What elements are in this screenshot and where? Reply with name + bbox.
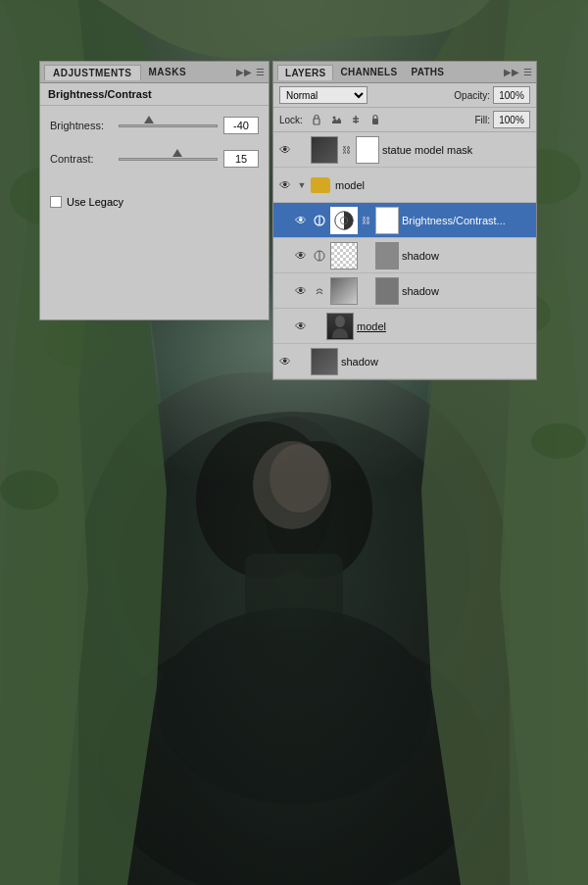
contrast-value[interactable]: 15 (223, 150, 259, 168)
brightness-row: Brightness: -40 (50, 116, 259, 135)
brightness-slider[interactable] (119, 116, 218, 135)
visibility-icon-1[interactable]: 👁 (277, 177, 293, 193)
adjustments-panel-tabs: ADJUSTMENTS MASKS ▶▶ ☰ (40, 62, 269, 83)
subject-svg (59, 372, 529, 885)
blend-mode-select[interactable]: Normal Multiply Screen Overlay (279, 86, 368, 104)
layer-thumb-5 (326, 313, 354, 340)
layer-mask-4 (375, 277, 399, 305)
contrast-label: Contrast: (50, 153, 119, 165)
opacity-group: Opacity: 100% (454, 86, 530, 104)
layer-name-0: statue model mask (382, 144, 532, 156)
chain-icon-2: ⛓ (361, 213, 370, 228)
thumb-content-4 (331, 278, 357, 304)
thumb-content-0 (312, 137, 337, 163)
opacity-label: Opacity: (454, 90, 490, 101)
panel-tab-icons: ▶▶ ☰ (236, 67, 265, 77)
svg-rect-15 (314, 119, 319, 124)
folder-icon-1 (311, 177, 330, 193)
clip-icon-3 (312, 248, 327, 264)
contrast-row: Contrast: 15 (50, 149, 259, 169)
fill-value[interactable]: 100% (493, 111, 530, 128)
visibility-icon-3[interactable]: 👁 (293, 248, 309, 264)
layer-row-model-5[interactable]: 👁 model (273, 309, 536, 344)
layer-row-model-folder[interactable]: 👁 ▼ model (273, 168, 536, 203)
lock-image-btn[interactable] (328, 112, 344, 127)
svg-point-8 (270, 444, 328, 513)
chain-icon-3 (361, 248, 370, 264)
layer-mask-0 (356, 136, 379, 164)
lock-position-btn[interactable] (348, 112, 364, 127)
layer-name-4: shadow (402, 285, 532, 297)
lock-label: Lock: (279, 115, 303, 125)
layer-name-6: shadow (341, 356, 532, 368)
layer-row-statue-model-mask[interactable]: 👁 ⛓ statue model mask (273, 132, 536, 168)
clip-icon-2[interactable] (312, 213, 327, 228)
visibility-icon-2[interactable]: 👁 (293, 213, 309, 228)
panel-forward-icon[interactable]: ▶▶ (236, 67, 252, 77)
svg-point-6 (157, 608, 431, 804)
adjustment-panel-title: Brightness/Contrast (40, 83, 269, 106)
thumb-content-5 (327, 314, 353, 339)
expand-arrow-0[interactable] (296, 144, 308, 156)
fill-label: Fill: (474, 115, 490, 125)
layer-name-5: model (357, 320, 532, 332)
contrast-slider[interactable] (119, 149, 218, 169)
layer-thumb-6 (311, 348, 338, 375)
use-legacy-row: Use Legacy (50, 196, 259, 208)
layers-menu-icon[interactable]: ☰ (523, 67, 532, 77)
tab-channels[interactable]: CHANNELS (333, 65, 404, 79)
panel-menu-icon[interactable]: ☰ (256, 67, 265, 77)
lock-all-btn[interactable] (368, 112, 383, 127)
brightness-track (119, 124, 218, 127)
layer-thumb-2 (330, 207, 358, 234)
opacity-value[interactable]: 100% (493, 86, 530, 104)
thumb-content-6 (312, 349, 337, 374)
visibility-icon-4[interactable]: 👁 (293, 283, 309, 299)
brightness-label: Brightness: (50, 120, 119, 131)
tab-layers[interactable]: LAYERS (277, 65, 333, 80)
expand-arrow-6 (296, 356, 308, 368)
adjustments-panel: ADJUSTMENTS MASKS ▶▶ ☰ Brightness/Contra… (39, 61, 270, 320)
visibility-icon-0[interactable]: 👁 (277, 142, 293, 158)
layer-row-shadow-6[interactable]: 👁 shadow (273, 344, 536, 379)
layers-panel: LAYERS CHANNELS PATHS ▶▶ ☰ Normal Multip… (272, 61, 537, 380)
thumb-content-3 (331, 243, 357, 269)
layer-name-1: model (335, 179, 532, 191)
tab-masks[interactable]: MASKS (141, 65, 195, 79)
layer-name-3: shadow (402, 250, 532, 262)
svg-rect-20 (372, 119, 378, 124)
svg-point-16 (332, 117, 335, 120)
tab-adjustments[interactable]: ADJUSTMENTS (44, 65, 141, 80)
lock-icons (309, 112, 383, 127)
layer-row-brightness-contrast[interactable]: 👁 ⛓ Brightness/Contrast... (273, 203, 536, 238)
layer-row-shadow-4[interactable]: 👁 shadow (273, 273, 536, 309)
layers-forward-icon[interactable]: ▶▶ (504, 67, 519, 77)
blend-opacity-row: Normal Multiply Screen Overlay Opacity: … (273, 83, 536, 108)
layer-mask-2 (375, 207, 399, 234)
visibility-icon-6[interactable]: 👁 (277, 354, 293, 369)
contrast-track (119, 158, 218, 161)
lock-fill-row: Lock: Fill: 100% (273, 108, 536, 132)
chain-icon-4 (361, 283, 370, 299)
layer-thumb-3 (330, 242, 358, 270)
brightness-value[interactable]: -40 (223, 117, 259, 134)
expand-arrow-5 (312, 320, 323, 332)
fill-group: Fill: 100% (474, 111, 530, 128)
use-legacy-checkbox[interactable] (50, 196, 62, 208)
svg-point-27 (335, 316, 345, 327)
lock-transparent-btn[interactable] (309, 112, 324, 127)
clip-icon-4 (312, 283, 327, 299)
layers-tab-icons: ▶▶ ☰ (504, 67, 532, 77)
contrast-thumb[interactable] (172, 149, 182, 157)
visibility-icon-5[interactable]: 👁 (293, 319, 309, 334)
layer-name-2: Brightness/Contrast... (402, 215, 532, 226)
brightness-thumb[interactable] (144, 116, 154, 123)
tab-paths[interactable]: PATHS (404, 65, 451, 79)
expand-arrow-1[interactable]: ▼ (296, 179, 308, 191)
layer-row-shadow-3[interactable]: 👁 shadow (273, 238, 536, 273)
chain-icon-0: ⛓ (341, 142, 351, 158)
layer-mask-3 (375, 242, 399, 270)
layer-thumb-4 (330, 277, 358, 305)
adjustment-panel-body: Brightness: -40 Contrast: 15 Use L (40, 106, 269, 218)
layers-panel-tabs: LAYERS CHANNELS PATHS ▶▶ ☰ (273, 62, 536, 83)
